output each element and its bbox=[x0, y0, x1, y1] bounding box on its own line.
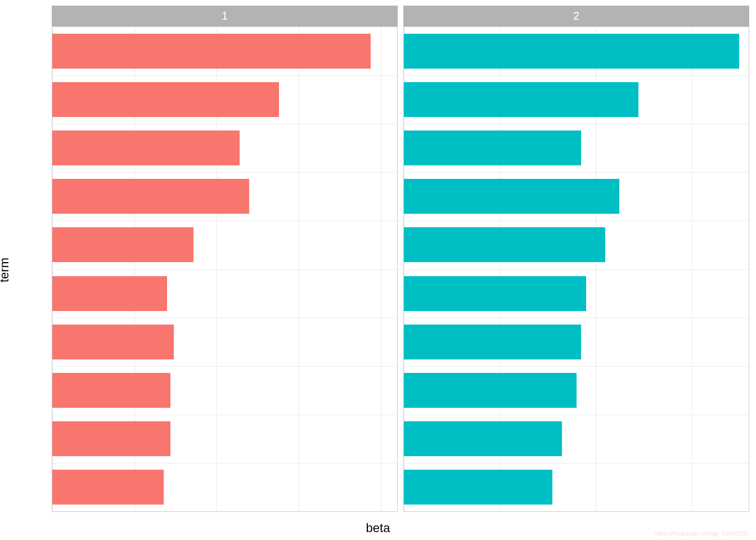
gridline-h bbox=[404, 220, 749, 221]
panel-2: 0.0000.0020.0040.006ipresidentnewgovernm… bbox=[403, 26, 749, 512]
bar-soviet bbox=[404, 276, 586, 311]
gridline-h bbox=[404, 463, 749, 464]
gridline-h bbox=[404, 172, 749, 173]
gridline-h bbox=[52, 366, 397, 367]
gridline-h bbox=[52, 415, 397, 415]
gridline-h bbox=[404, 269, 749, 270]
bar-last bbox=[52, 325, 174, 359]
facet-strip-1: 1 bbox=[52, 6, 398, 26]
bar-president bbox=[404, 82, 638, 117]
bar-two bbox=[404, 373, 577, 408]
gridline-h bbox=[404, 124, 749, 124]
watermark-text: https://blog.csdn.net/qq_19600291 bbox=[654, 530, 749, 537]
gridline-h bbox=[52, 172, 397, 173]
facet-2: 2 0.0000.0020.0040.006ipresidentnewgover… bbox=[403, 6, 749, 512]
bar-billion bbox=[52, 227, 194, 262]
bar-year bbox=[52, 130, 240, 165]
gridline-h bbox=[52, 124, 397, 124]
bar-years bbox=[404, 421, 562, 456]
x-axis-title: beta bbox=[366, 521, 390, 536]
gridline-h bbox=[52, 269, 397, 270]
gridline-h bbox=[52, 463, 397, 464]
gridline-h bbox=[52, 220, 397, 221]
bar-new bbox=[404, 130, 581, 165]
bar-new bbox=[52, 179, 249, 214]
panel-1: 0.00000.00250.00500.00750.0100percentmil… bbox=[52, 26, 398, 512]
gridline-h bbox=[404, 75, 749, 76]
y-axis-title: term bbox=[0, 258, 12, 282]
bar-states bbox=[404, 470, 552, 505]
facet-strip-2: 2 bbox=[403, 6, 749, 26]
facet-1: 1 0.00000.00250.00500.00750.0100percentm… bbox=[52, 6, 398, 512]
bar-people bbox=[404, 227, 605, 262]
gridline-h bbox=[404, 366, 749, 367]
bar-government bbox=[404, 179, 619, 214]
gridline-h bbox=[52, 318, 397, 318]
bar-two bbox=[52, 373, 170, 408]
bar-company bbox=[52, 421, 170, 456]
bar-million bbox=[52, 82, 279, 117]
bar-people bbox=[52, 276, 167, 311]
plot-area: 1 0.00000.00250.00500.00750.0100percentm… bbox=[52, 6, 749, 512]
gridline-h bbox=[404, 318, 749, 318]
bar-market bbox=[52, 470, 164, 505]
bar-percent bbox=[52, 34, 371, 69]
gridline-h bbox=[52, 75, 397, 76]
gridline-h bbox=[404, 415, 749, 415]
bar-i bbox=[404, 34, 739, 69]
bar-bush bbox=[404, 325, 581, 359]
